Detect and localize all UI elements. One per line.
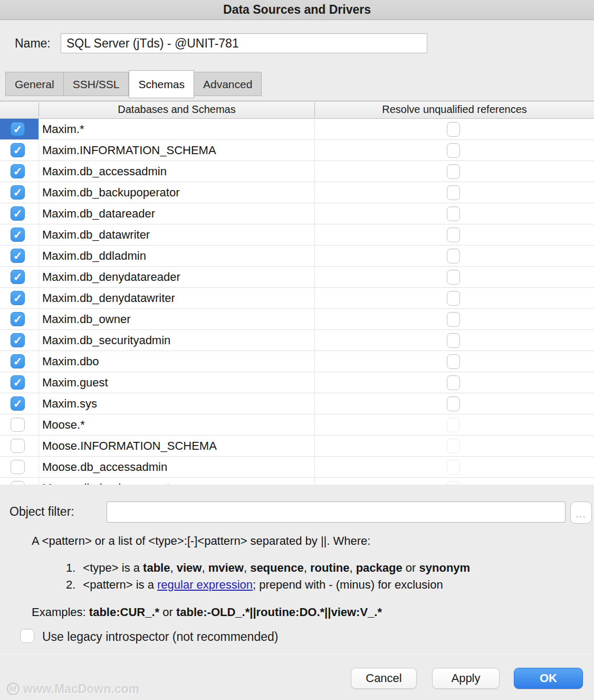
schema-name[interactable]: Maxim.db_owner [42, 309, 131, 329]
resolve-checkbox[interactable] [447, 396, 460, 411]
macdown-watermark: M www.MacDown.com [7, 681, 139, 697]
column-header-databases[interactable]: Databases and Schemas [39, 101, 315, 119]
filter-help-item-2-text: <pattern> is a regular expression; prepe… [83, 578, 443, 591]
schema-checkbox[interactable] [11, 481, 25, 485]
schema-name[interactable]: Maxim.db_denydatawriter [42, 288, 175, 308]
schema-checkbox-cell [0, 330, 39, 351]
tab-ssh-ssl[interactable]: SSH/SSL [64, 72, 129, 96]
resolve-checkbox[interactable] [447, 228, 460, 242]
schema-name[interactable]: Moose.db_backupoperator [42, 478, 180, 485]
cancel-button[interactable]: Cancel [351, 668, 417, 689]
column-header-resolve[interactable]: Resolve unqualified references [315, 101, 594, 119]
schema-name[interactable]: Maxim.guest [42, 372, 108, 393]
table-row[interactable]: Maxim.guest [0, 372, 594, 393]
schema-name[interactable]: Maxim.db_denydatareader [42, 267, 180, 287]
tab-general[interactable]: General [5, 72, 64, 96]
resolve-checkbox[interactable] [447, 185, 460, 200]
schema-name[interactable]: Maxim.dbo [42, 351, 99, 372]
resolve-checkbox[interactable] [447, 206, 460, 221]
bold-text: routine [310, 561, 350, 574]
table-row[interactable]: Maxim.db_securityadmin [0, 330, 594, 351]
schema-name[interactable]: Moose.db_accessadmin [42, 457, 167, 477]
schema-checkbox[interactable] [11, 122, 25, 136]
schema-name[interactable]: Maxim.db_accessadmin [42, 161, 167, 182]
bold-text: table:-OLD_.*||routine:DO.*||view:V_.* [176, 606, 382, 619]
table-row[interactable]: Maxim.db_owner [0, 309, 594, 330]
tab-schemas[interactable]: Schemas [129, 70, 194, 98]
bold-text: table:CUR_.* [89, 606, 159, 619]
schema-checkbox-cell [0, 309, 39, 329]
table-row[interactable]: Maxim.db_datareader [0, 203, 594, 224]
object-filter-input[interactable] [107, 502, 566, 523]
schema-checkbox[interactable] [11, 164, 25, 178]
schema-name[interactable]: Maxim.INFORMATION_SCHEMA [42, 140, 216, 160]
schema-checkbox[interactable] [11, 185, 25, 200]
table-row[interactable]: Moose.db_backupoperator [0, 478, 594, 485]
schema-checkbox-cell [0, 436, 39, 456]
table-row[interactable]: Maxim.db_denydatareader [0, 267, 594, 288]
schema-name[interactable]: Maxim.db_datawriter [42, 224, 150, 245]
legacy-introspector-checkbox[interactable] [20, 629, 34, 643]
filter-examples: Examples: table:CUR_.* or table:-OLD_.*|… [32, 606, 382, 619]
schema-name[interactable]: Maxim.db_securityadmin [42, 330, 170, 351]
schema-checkbox[interactable] [11, 375, 25, 390]
table-row[interactable]: Moose.db_accessadmin [0, 457, 594, 478]
schema-checkbox[interactable] [11, 460, 25, 474]
table-row[interactable]: Moose.* [0, 414, 594, 436]
schema-name[interactable]: Maxim.db_datareader [42, 203, 155, 224]
schema-name[interactable]: Maxim.db_backupoperator [42, 182, 179, 203]
schema-checkbox[interactable] [11, 312, 25, 326]
object-filter-browse-button[interactable]: ... [570, 502, 592, 524]
schema-checkbox-cell [0, 203, 39, 224]
ok-button[interactable]: OK [514, 668, 583, 689]
tab-advanced[interactable]: Advanced [194, 72, 262, 96]
schema-checkbox[interactable] [11, 396, 25, 411]
resolve-checkbox[interactable] [447, 143, 460, 158]
resolve-checkbox[interactable] [447, 333, 460, 348]
object-filter-label: Object filter: [9, 505, 74, 519]
schema-checkbox[interactable] [11, 354, 25, 368]
resolve-checkbox[interactable] [447, 312, 460, 327]
bold-text: view [177, 561, 202, 574]
schema-name[interactable]: Moose.INFORMATION_SCHEMA [42, 436, 217, 456]
table-row[interactable]: Maxim.db_datawriter [0, 224, 594, 245]
schema-checkbox[interactable] [11, 333, 25, 347]
name-input[interactable] [61, 33, 427, 53]
resolve-checkbox[interactable] [447, 354, 460, 369]
table-row[interactable]: Maxim.db_ddladmin [0, 245, 594, 267]
schema-checkbox[interactable] [11, 418, 25, 432]
window-titlebar[interactable]: Data Sources and Drivers [0, 0, 594, 20]
schema-name[interactable]: Maxim.db_ddladmin [42, 245, 146, 266]
schema-checkbox-cell [0, 224, 39, 245]
schema-checkbox[interactable] [11, 249, 25, 263]
schema-name[interactable]: Maxim.sys [42, 393, 97, 414]
apply-button[interactable]: Apply [432, 668, 500, 689]
resolve-checkbox[interactable] [447, 164, 460, 179]
resolve-checkbox[interactable] [447, 249, 460, 263]
resolve-checkbox[interactable] [447, 122, 460, 137]
schema-checkbox[interactable] [11, 206, 25, 221]
table-row[interactable]: Maxim.* [0, 119, 594, 140]
schema-name[interactable]: Moose.* [42, 414, 85, 435]
table-row[interactable]: Maxim.sys [0, 393, 594, 414]
list-number: 1. [66, 561, 75, 575]
table-row[interactable]: Maxim.db_backupoperator [0, 182, 594, 203]
schema-checkbox[interactable] [11, 270, 25, 284]
schema-checkbox[interactable] [11, 143, 25, 157]
table-row[interactable]: Maxim.db_denydatawriter [0, 288, 594, 309]
table-row[interactable]: Maxim.db_accessadmin [0, 161, 594, 182]
schema-name[interactable]: Maxim.* [42, 119, 84, 139]
table-row[interactable]: Maxim.INFORMATION_SCHEMA [0, 140, 594, 161]
regular-expression-link[interactable]: regular expression [157, 578, 253, 591]
table-row[interactable]: Maxim.dbo [0, 351, 594, 372]
plain-text: or [159, 606, 176, 619]
schema-checkbox[interactable] [11, 291, 25, 305]
table-row[interactable]: Moose.INFORMATION_SCHEMA [0, 436, 594, 457]
resolve-checkbox[interactable] [447, 270, 460, 285]
schema-checkbox-cell [0, 414, 39, 435]
resolve-checkbox[interactable] [447, 291, 460, 306]
schema-checkbox[interactable] [11, 439, 25, 453]
schema-checkbox[interactable] [11, 228, 25, 242]
column-header-checkbox[interactable] [0, 101, 39, 119]
resolve-checkbox[interactable] [447, 375, 460, 390]
